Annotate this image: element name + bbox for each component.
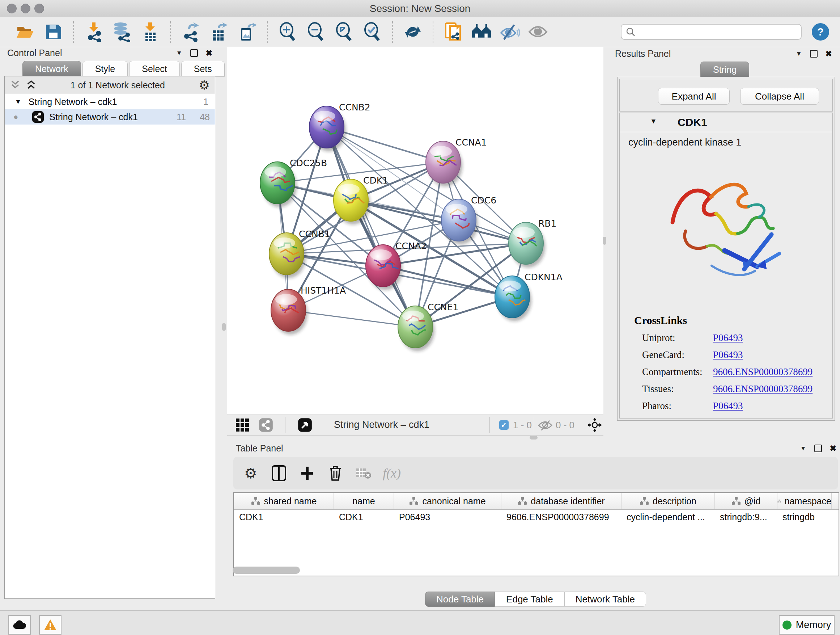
crosslink-value[interactable]: P06493 [713, 349, 743, 361]
export-table-icon[interactable] [209, 22, 229, 42]
zoom-in-icon[interactable] [278, 22, 298, 42]
table-cell[interactable]: CDK1 [334, 510, 394, 525]
panel-close-icon[interactable]: ✖ [830, 444, 836, 453]
collapse-all-button[interactable]: Collapse All [740, 88, 819, 105]
crosslink-value[interactable]: 9606.ENSP00000378699 [713, 366, 813, 378]
string-network-graph[interactable]: CCNB2CCNA1CDC25BCDK1CDC6RB1CCNB1CCNA2CDK… [227, 47, 603, 415]
edge-CCNB2-CCNE1[interactable] [327, 127, 415, 327]
table-row[interactable]: CDK1CDK1P064939606.ENSP00000378699cyclin… [234, 510, 838, 525]
collection-expand-caret-icon[interactable]: ▼ [15, 98, 21, 106]
node-CCNB2[interactable]: CCNB2 [309, 102, 370, 151]
show-columns-icon[interactable] [270, 464, 287, 482]
delete-column-icon[interactable] [327, 464, 344, 482]
table-cell[interactable]: cyclin-dependent ... [622, 510, 715, 525]
import-table-from-file-icon[interactable] [140, 22, 160, 42]
panel-maximize-icon[interactable] [814, 445, 822, 452]
table-cell[interactable]: 9606.ENSP00000378699 [501, 510, 622, 525]
panel-close-icon[interactable]: ✖ [206, 49, 212, 58]
panel-maximize-icon[interactable] [190, 49, 198, 57]
node-CCNE1[interactable]: CCNE1 [398, 302, 458, 351]
horizontal-scrollbar[interactable] [233, 567, 300, 574]
gene-header-row[interactable]: ▼ CDK1 [620, 113, 832, 132]
column-header-description[interactable]: description [622, 493, 715, 509]
tab-node-table[interactable]: Node Table [425, 592, 495, 607]
search-input[interactable] [639, 27, 797, 37]
network-view-mode-icon[interactable] [259, 418, 273, 432]
tab-network-table[interactable]: Network Table [564, 592, 646, 607]
table-options-gear-icon[interactable]: ⚙ [242, 464, 259, 482]
column-header-canonical-name[interactable]: canonical name [394, 493, 501, 509]
grid-view-icon[interactable] [235, 418, 249, 432]
table-cell[interactable]: stringdb [777, 510, 832, 525]
crosslink-value[interactable]: P06493 [713, 401, 743, 412]
table-panel: Table Panel ▼ ✖ ⚙ f(x) s [230, 438, 840, 609]
table-cell[interactable]: CDK1 [234, 510, 334, 525]
gene-collapse-caret-icon[interactable]: ▼ [650, 117, 657, 125]
node-HIST1H1A[interactable]: HIST1H1A [271, 285, 346, 334]
table-cell[interactable]: P06493 [394, 510, 501, 525]
apply-preferred-layout-icon[interactable] [403, 22, 423, 42]
column-header-namespace[interactable]: namespace [777, 493, 832, 509]
network-collection-row[interactable]: ▼ String Network – cdk1 1 [5, 94, 215, 109]
tab-select[interactable]: Select [129, 61, 180, 77]
export-network-icon[interactable] [180, 22, 201, 42]
panel-maximize-icon[interactable] [810, 50, 818, 57]
edge-CDK1-RB1[interactable] [351, 200, 526, 243]
import-network-from-file-icon[interactable] [84, 22, 104, 42]
crosslink-label: Compartments: [642, 366, 713, 378]
node-CDC6[interactable]: CDC6 [441, 195, 496, 244]
tab-style[interactable]: Style [82, 61, 128, 77]
tab-network[interactable]: Network [22, 61, 81, 77]
network-view-canvas[interactable]: CCNB2CCNA1CDC25BCDK1CDC6RB1CCNB1CCNA2CDK… [227, 47, 603, 415]
import-network-from-database-icon[interactable] [112, 22, 132, 42]
splitter-grip[interactable] [222, 323, 226, 331]
node-CCNA1[interactable]: CCNA1 [426, 137, 487, 187]
export-image-icon[interactable] [237, 22, 257, 42]
function-builder-icon[interactable]: f(x) [383, 464, 401, 482]
zoom-selected-icon[interactable] [362, 22, 382, 42]
node-table[interactable]: shared namenamecanonical namedatabase id… [233, 492, 839, 576]
network-row[interactable]: ● String Network – cdk1 11 48 [5, 109, 215, 125]
crosslink-value[interactable]: P06493 [713, 333, 743, 344]
tab-string[interactable]: String [700, 62, 749, 78]
cloud-status-button[interactable] [8, 615, 31, 635]
node-RB1[interactable]: RB1 [508, 218, 556, 268]
show-graphics-details-icon[interactable] [528, 22, 548, 42]
node-CCNA2[interactable]: CCNA2 [366, 241, 427, 290]
collapse-all-icon[interactable] [10, 80, 21, 90]
open-session-icon[interactable] [15, 22, 35, 42]
pan-crosshair-icon[interactable] [587, 418, 602, 432]
expand-all-icon[interactable] [26, 80, 36, 90]
node-CDKN1A[interactable]: CDKN1A [495, 272, 562, 321]
tab-sets[interactable]: Sets [181, 61, 225, 77]
hidden-items-eye-icon[interactable] [538, 419, 553, 432]
selected-items-checkbox[interactable]: ✓ [499, 420, 508, 430]
zoom-fit-icon[interactable] [334, 22, 354, 42]
panel-float-icon[interactable]: ▼ [800, 445, 806, 452]
table-cell[interactable]: stringdb:9... [715, 510, 777, 525]
first-neighbors-icon[interactable] [471, 22, 492, 42]
panel-float-icon[interactable]: ▼ [796, 50, 802, 57]
clear-table-icon[interactable] [355, 464, 372, 482]
crosslink-value[interactable]: 9606.ENSP00000378699 [713, 383, 813, 394]
tab-edge-table[interactable]: Edge Table [495, 592, 564, 607]
memory-button[interactable]: Memory [779, 615, 835, 635]
panel-close-icon[interactable]: ✖ [826, 49, 832, 59]
save-session-icon[interactable] [43, 22, 63, 42]
network-options-gear-icon[interactable]: ⚙ [199, 79, 210, 91]
edge-CCNA2-CDKN1A[interactable] [383, 266, 512, 297]
column-header--id[interactable]: @id [715, 493, 777, 509]
create-column-icon[interactable] [298, 464, 316, 482]
warnings-button[interactable] [39, 615, 62, 635]
column-header-database-identifier[interactable]: database identifier [501, 493, 622, 509]
column-header-shared-name[interactable]: shared name [234, 493, 334, 509]
panel-float-icon[interactable]: ▼ [176, 50, 182, 57]
expand-all-button[interactable]: Expand All [658, 88, 729, 105]
birdseye-navigator-icon[interactable] [298, 418, 312, 432]
column-header-name[interactable]: name [334, 493, 394, 509]
copy-network-icon[interactable] [443, 22, 463, 42]
search-box[interactable] [621, 24, 802, 40]
hide-selected-icon[interactable] [500, 22, 520, 42]
help-button[interactable]: ? [812, 23, 829, 41]
zoom-out-icon[interactable] [306, 22, 326, 42]
